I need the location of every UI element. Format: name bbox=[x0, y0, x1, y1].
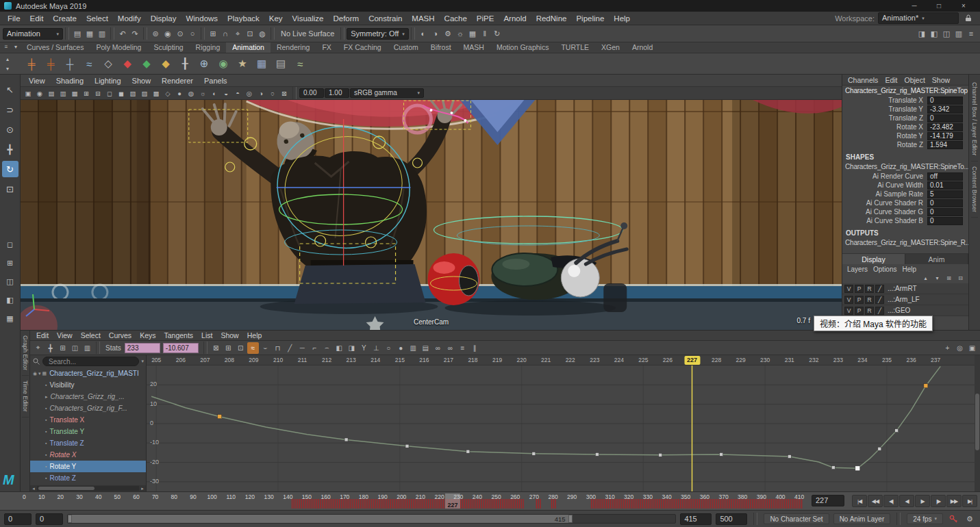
shelf-anim-snapshot-icon[interactable]: ┼ bbox=[62, 55, 78, 72]
move-tool[interactable]: ╋ bbox=[2, 141, 18, 157]
shelf-quick-rig-icon[interactable]: ◉ bbox=[215, 55, 231, 72]
shelf-tab[interactable]: Animation bbox=[226, 42, 271, 53]
bookmarks-icon[interactable]: ▥ bbox=[58, 88, 68, 99]
shelf-tab[interactable]: Motion Graphics bbox=[490, 42, 555, 53]
snap-curve-icon[interactable]: ∩ bbox=[219, 27, 231, 40]
shelf-constraint-icon[interactable]: ⊕ bbox=[196, 55, 212, 72]
shelf-tab[interactable]: FX Caching bbox=[338, 42, 388, 53]
textured-icon[interactable]: ◍ bbox=[186, 88, 197, 99]
scroll-left-icon[interactable]: ◂ bbox=[30, 486, 37, 491]
viewport-menu-item[interactable]: Show bbox=[127, 77, 157, 85]
scale-tool[interactable]: ⊡ bbox=[2, 181, 18, 197]
shelf-tab[interactable]: Sculpting bbox=[147, 42, 189, 53]
layer-visibility-toggle[interactable]: V bbox=[844, 296, 853, 304]
play-forwards-button[interactable]: ▶ bbox=[915, 495, 930, 507]
channelbox-menu-item[interactable]: Channels bbox=[844, 76, 881, 84]
toolbar-separator[interactable] bbox=[753, 513, 757, 525]
refresh-icon[interactable]: ↻ bbox=[491, 27, 503, 40]
gamma-field[interactable]: 1.00 bbox=[325, 88, 349, 98]
resolution-gate-icon[interactable]: ◼ bbox=[116, 88, 127, 99]
layout-hypershade[interactable]: ▦ bbox=[3, 311, 18, 326]
shelf-tab[interactable]: Bifrost bbox=[425, 42, 457, 53]
channelbox-menu-item[interactable]: Edit bbox=[881, 76, 901, 84]
graph-menu-item[interactable]: Show bbox=[216, 331, 242, 339]
render-settings-icon[interactable]: ⚙ bbox=[442, 27, 454, 40]
pin-channel-icon[interactable]: + bbox=[942, 342, 953, 354]
step-tangent-icon[interactable]: ⌐ bbox=[309, 342, 321, 354]
save-scene-icon[interactable]: ▥ bbox=[96, 27, 108, 40]
viewport-3d-scene[interactable]: CenterCam 0.7 f bbox=[21, 100, 842, 330]
toolbar-separator[interactable] bbox=[143, 27, 147, 40]
select-asset-icon[interactable]: ○ bbox=[186, 27, 199, 40]
tab-time-editor[interactable]: Time Editor bbox=[22, 376, 29, 417]
go-to-start-button[interactable]: |◀ bbox=[852, 495, 867, 507]
lattice-deform-keys-icon[interactable]: ⊞ bbox=[57, 342, 68, 354]
shelf-set-breakdown-icon[interactable]: ◆ bbox=[138, 55, 155, 72]
clamped-tangent-icon[interactable]: ⊓ bbox=[272, 342, 284, 354]
menu-item[interactable]: RedNine bbox=[531, 14, 572, 23]
insert-keys-icon[interactable]: ╋ bbox=[45, 342, 56, 354]
linear-tangent-icon[interactable]: ╱ bbox=[284, 342, 296, 354]
motion-blur-icon[interactable]: ◓ bbox=[232, 88, 243, 99]
stacked-view-icon[interactable]: ∥ bbox=[469, 342, 481, 354]
anim-start-field[interactable]: 0 bbox=[4, 513, 32, 525]
minimize-button[interactable]: ─ bbox=[902, 0, 927, 12]
channel-attr-value[interactable]: -3.342 bbox=[927, 105, 963, 114]
toolbar-separator[interactable] bbox=[292, 87, 297, 99]
graph-plot-area[interactable]: 2052062072082092102112122132142152162172… bbox=[147, 355, 980, 491]
select-hierarchy-icon[interactable]: ⊚ bbox=[149, 27, 162, 40]
tab-content-browser[interactable]: Content Browser bbox=[971, 162, 978, 218]
center-current-time-icon[interactable]: ⊡ bbox=[235, 342, 247, 354]
ambient-occlusion-icon[interactable]: ◒ bbox=[221, 88, 231, 99]
channel-attr-value[interactable]: 0.01 bbox=[927, 181, 963, 190]
menu-item[interactable]: Pipeline bbox=[571, 14, 609, 23]
modeling-toolkit-toggle-icon[interactable]: ▥ bbox=[953, 27, 965, 40]
viewport-menu-item[interactable]: Shading bbox=[51, 77, 89, 85]
current-frame-field[interactable]: 227 bbox=[812, 495, 844, 506]
shelf-set-key-icon[interactable]: ◆ bbox=[119, 55, 136, 72]
hypershade-icon[interactable]: ▦ bbox=[466, 27, 479, 40]
select-tool[interactable]: ↖ bbox=[2, 81, 18, 98]
layer-playback-toggle[interactable]: P bbox=[855, 296, 864, 304]
make-live-icon[interactable]: ◍ bbox=[256, 27, 268, 40]
shelf-hik-icon[interactable]: ★ bbox=[234, 55, 251, 72]
multisample-icon[interactable]: ◎ bbox=[244, 88, 255, 99]
animation-preferences-icon[interactable]: ⚙ bbox=[964, 513, 976, 525]
select-object-icon[interactable]: ◉ bbox=[162, 27, 174, 40]
buffer-curve-snapshot-icon[interactable]: ◧ bbox=[334, 342, 345, 354]
channel-attr-value[interactable]: 1.594 bbox=[927, 141, 963, 149]
select-camera-icon[interactable]: ▣ bbox=[23, 88, 34, 99]
menu-item[interactable]: Edit bbox=[25, 14, 49, 23]
toolbar-separator[interactable] bbox=[411, 27, 415, 40]
graph-outliner-row[interactable]: ▪ Translate Y bbox=[30, 426, 146, 437]
maximize-button[interactable]: □ bbox=[927, 0, 951, 12]
use-all-lights-icon[interactable]: ☼ bbox=[197, 88, 208, 99]
toolbar-separator[interactable] bbox=[271, 27, 275, 40]
exposure-field[interactable]: 0.00 bbox=[299, 88, 324, 98]
tab-graph-editor[interactable]: Graph Editor bbox=[22, 331, 29, 376]
channel-attr-value[interactable]: 5 bbox=[927, 190, 963, 198]
scrollbar-thumb[interactable] bbox=[975, 394, 979, 451]
layer-editor-menu-item[interactable]: Layers bbox=[844, 266, 870, 273]
layer-editor-menu-item[interactable]: Help bbox=[899, 266, 919, 273]
shelf-breakdown-icon[interactable]: ╪ bbox=[42, 55, 59, 72]
undo-icon[interactable]: ↶ bbox=[116, 27, 129, 40]
graph-outliner-row[interactable]: ▪ Rotate X bbox=[30, 449, 146, 461]
layout-persp-outliner[interactable]: ◧ bbox=[3, 292, 18, 307]
shelf-ghost-icon[interactable]: ◇ bbox=[100, 55, 116, 72]
time-slider-ruler[interactable]: 0102030405060708090100110120130140150160… bbox=[23, 493, 809, 509]
menu-item[interactable]: Deform bbox=[328, 14, 364, 23]
layer-visibility-toggle[interactable]: V bbox=[844, 307, 853, 315]
graph-outliner-row[interactable]: ▪ Translate X bbox=[30, 414, 146, 426]
snap-point-icon[interactable]: ⌖ bbox=[231, 27, 244, 40]
auto-key-icon[interactable] bbox=[947, 513, 959, 525]
display-lights-icon[interactable]: ☼ bbox=[454, 27, 466, 40]
graph-menu-item[interactable]: Edit bbox=[32, 331, 53, 339]
menu-item[interactable]: Select bbox=[81, 14, 113, 23]
graph-menu-item[interactable]: List bbox=[197, 331, 216, 339]
outliner-toggle-icon[interactable]: ≡ bbox=[965, 27, 977, 40]
frame-all-icon[interactable]: ⊠ bbox=[210, 342, 222, 354]
graph-vertical-scrollbar[interactable] bbox=[975, 355, 980, 491]
shadows-icon[interactable]: ◐ bbox=[209, 88, 220, 99]
graph-menu-item[interactable]: Keys bbox=[136, 331, 160, 339]
